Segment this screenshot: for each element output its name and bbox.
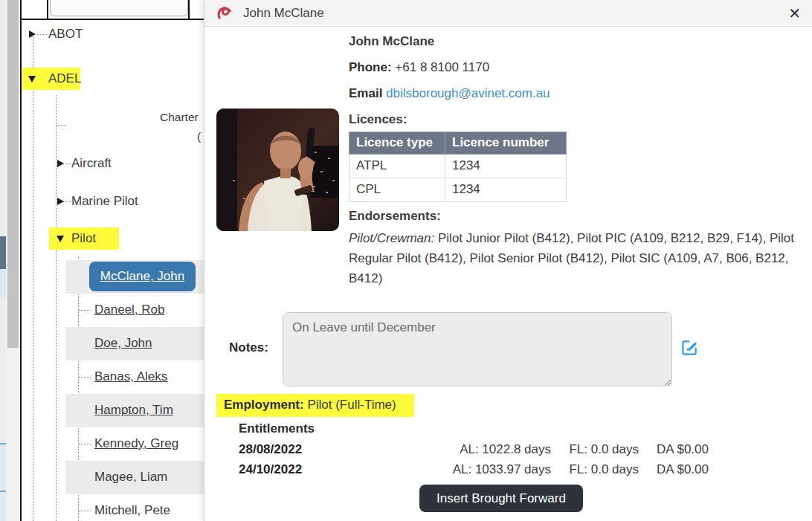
org-tree-panel: ABOT ADEL Charter ( Aircraft Marine Pilo… — [22, 0, 204, 521]
background-text-charter: Charter — [160, 111, 199, 124]
email-label: Email — [349, 86, 382, 100]
header-grid-line — [22, 19, 204, 20]
tree-connector — [79, 377, 91, 378]
pilot-detail-modal: John McClane ✕ — [204, 0, 812, 521]
tree-connector — [33, 37, 33, 521]
phone-value: +61 8 8100 1170 — [395, 60, 489, 74]
notes-textarea[interactable]: On Leave until December — [283, 312, 672, 386]
background-page-sliver — [0, 0, 6, 521]
entitlement-date: 28/08/2022 — [239, 442, 419, 457]
endorsements-label: Endorsements: — [349, 209, 799, 223]
app-screen: ABOT ADEL Charter ( Aircraft Marine Pilo… — [0, 0, 812, 521]
phone-label: Phone: — [349, 60, 392, 74]
entitlement-fl: FL: 0.0 days — [551, 462, 639, 477]
tree-connector — [79, 310, 91, 311]
email-link[interactable]: dbilsborough@avinet.com.au — [386, 86, 550, 100]
list-item[interactable]: Doe, John — [94, 335, 152, 352]
entitlement-date: 24/10/2022 — [239, 462, 419, 477]
tree-node-pilot[interactable]: Pilot — [71, 230, 96, 247]
tree-node-adel[interactable]: ADEL — [48, 71, 81, 87]
modal-header: John McClane ✕ — [204, 0, 812, 27]
scrollbar-thumb[interactable] — [7, 0, 19, 348]
tree-connector — [37, 34, 47, 35]
tree-connector — [63, 164, 71, 164]
notes-label: Notes: — [229, 340, 268, 355]
list-item[interactable]: Banas, Aleks — [94, 369, 167, 385]
entitlement-row: 24/10/2022 AL: 1033.97 days FL: 0.0 days… — [239, 462, 759, 477]
licence-type-cell: ATPL — [349, 155, 445, 178]
modal-title: John McClane — [243, 6, 324, 21]
entitlement-row: 28/08/2022 AL: 1022.8 days FL: 0.0 days … — [239, 442, 759, 457]
entitlement-da: DA $0.00 — [639, 462, 709, 477]
endorsements-text: Pilot/Crewman: Pilot Junior Pilot (B412)… — [349, 228, 799, 288]
tree-connector — [57, 125, 66, 126]
licence-type-header: Licence type — [349, 132, 445, 155]
expander-collapsed-icon[interactable] — [29, 30, 36, 38]
tree-connector — [56, 95, 57, 521]
employment-label: Employment: — [224, 398, 304, 412]
header-grid-line — [47, 0, 48, 19]
employment-value: Pilot (Full-Time) — [304, 398, 396, 412]
tree-filter-input[interactable] — [50, 0, 188, 16]
entitlement-al: AL: 1033.97 days — [419, 462, 551, 477]
profile-name: John McClane — [349, 34, 799, 48]
tree-connector — [63, 201, 71, 202]
close-icon[interactable]: ✕ — [788, 6, 801, 21]
pilot-name[interactable]: McClane, John — [100, 269, 184, 284]
table-row: ATPL 1234 — [349, 155, 567, 178]
licences-label: Licences: — [349, 112, 799, 126]
list-item[interactable]: Mitchell, Pete — [94, 502, 170, 519]
background-patch — [0, 491, 6, 521]
list-item[interactable]: Daneel, Rob — [94, 302, 165, 318]
tree-connector — [79, 511, 91, 511]
profile-phone-row: Phone: +61 8 8100 1170 — [349, 60, 799, 74]
list-item[interactable]: Hampton, Tim — [94, 402, 173, 418]
table-row: CPL 1234 — [349, 178, 567, 202]
expander-expanded-icon[interactable] — [28, 76, 36, 82]
profile-email-row: Email dbilsborough@avinet.com.au — [349, 86, 799, 100]
expander-expanded-icon[interactable] — [57, 236, 64, 242]
header-grid-line — [188, 0, 190, 19]
licence-number-cell: 1234 — [445, 155, 567, 178]
endorsements-category: Pilot/Crewman: — [349, 231, 434, 245]
licence-number-cell: 1234 — [445, 178, 567, 202]
background-patch — [0, 443, 6, 488]
profile-details: John McClane Phone: +61 8 8100 1170 Emai… — [349, 34, 799, 288]
insert-brought-forward-button[interactable]: Insert Brought Forward — [419, 485, 583, 512]
tree-node-abot[interactable]: ABOT — [48, 26, 83, 42]
vertical-scrollbar[interactable] — [6, 0, 20, 521]
tree-node-marine-pilot[interactable]: Marine Pilot — [71, 193, 138, 210]
list-item-selected[interactable]: McClane, John — [89, 262, 196, 291]
licences-table: Licence type Licence number ATPL 1234 CP… — [349, 132, 567, 202]
list-item[interactable]: Magee, Liam — [94, 469, 167, 485]
expander-collapsed-icon[interactable] — [57, 160, 64, 167]
licence-number-header: Licence number — [445, 132, 567, 155]
expander-collapsed-icon[interactable] — [57, 198, 64, 205]
entitlements-heading: Entitlements — [239, 421, 759, 436]
profile-photo — [216, 109, 339, 231]
entitlements-section: Entitlements 28/08/2022 AL: 1022.8 days … — [239, 421, 759, 482]
background-patch — [0, 269, 6, 297]
entitlement-al: AL: 1022.8 days — [419, 442, 551, 457]
edit-notes-icon[interactable] — [680, 338, 699, 357]
tree-node-aircraft[interactable]: Aircraft — [71, 155, 112, 172]
licence-type-cell: CPL — [349, 178, 445, 202]
entitlement-da: DA $0.00 — [639, 442, 709, 457]
list-item[interactable]: Kennedy, Greg — [94, 436, 178, 452]
tree-connector — [79, 444, 91, 444]
entitlement-fl: FL: 0.0 days — [551, 442, 639, 457]
background-text-paren: ( — [197, 130, 201, 143]
employment-row: Employment: Pilot (Full-Time) — [216, 394, 414, 417]
background-patch — [0, 236, 6, 269]
red-ribbon-loop-icon — [216, 4, 233, 22]
